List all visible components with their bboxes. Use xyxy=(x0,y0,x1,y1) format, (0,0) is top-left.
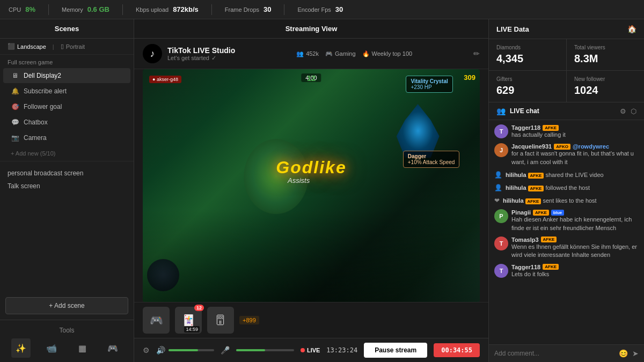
event-icon: 👤 xyxy=(494,171,502,179)
chat-text: for a fact it wasn't gonna fit in, but t… xyxy=(511,150,639,166)
home-icon[interactable]: 🏠 xyxy=(627,25,636,33)
pause-stream-button[interactable]: Pause stream xyxy=(364,343,427,358)
badge-blue: blue xyxy=(551,210,564,216)
stream-assets-row: 🎮 🃏 12 14:59 🃠 +899 xyxy=(134,302,488,338)
tiktok-logo-icon: ♪ xyxy=(143,44,162,63)
follower-scene-icon: 🎯 xyxy=(11,102,19,111)
volume-fill xyxy=(169,349,198,351)
volume-icon[interactable]: 🔊 xyxy=(156,346,165,354)
assists-text: Assists xyxy=(288,176,310,184)
asset-gamepad[interactable]: 🎮 xyxy=(143,307,170,334)
gamepad-icon: 🎮 xyxy=(150,314,163,327)
crystal-decoration xyxy=(397,104,440,158)
game-center-score: 12 xyxy=(307,73,316,83)
emoji-icon[interactable]: 😊 xyxy=(619,349,628,358)
sidebar-item-follower[interactable]: 🎯 Follower goal xyxy=(3,99,130,114)
add-new-button[interactable]: + Add new (5/10) xyxy=(3,147,130,160)
tool-video-icon[interactable]: 📹 xyxy=(42,338,61,358)
asset-extra[interactable]: 🃠 xyxy=(207,307,234,334)
chat-title-area: 👥 LIVE chat xyxy=(496,107,539,115)
stream-title: TikTok LIVE Studio xyxy=(167,46,235,55)
asset-plus-label: +899 xyxy=(239,316,259,324)
divider2 xyxy=(122,4,123,15)
tool-magic-icon[interactable]: ✨ xyxy=(11,338,31,358)
mic-track[interactable] xyxy=(236,349,294,351)
sidebar-item-chatbox[interactable]: 💬 Chatbox xyxy=(3,115,130,130)
orientation-bar: ⬛ Landscape | ▯ Portrait xyxy=(0,39,134,55)
chat-controls: ⚙ ⬡ xyxy=(620,107,636,115)
volume-control: 🔊 xyxy=(156,346,214,354)
send-icon[interactable]: ➤ xyxy=(632,349,639,358)
chatbox-scene-label: Chatbox xyxy=(24,119,48,126)
scenes-section-label: Full screen game xyxy=(0,55,134,68)
chat-title: LIVE chat xyxy=(510,107,539,115)
follower-value: 1024 xyxy=(574,84,636,97)
stream-tags: 👥 452k 🎮 Gaming 🔥 Weekly top 100 xyxy=(296,50,412,57)
top-stats-bar: CPU 8% Memory 0.6 GB Kbps upload 872kb/s… xyxy=(0,0,644,19)
cpu-label: CPU xyxy=(9,6,21,13)
fire-icon: 🔥 xyxy=(362,50,370,57)
kbps-value: 872kb/s xyxy=(173,5,199,13)
stat-diamonds: Diamonds 4,345 xyxy=(489,39,566,70)
chat-message-content: Tagger118 AFKE Lets do it folks xyxy=(511,264,639,278)
settings-ctrl-icon[interactable]: ⚙ xyxy=(143,346,150,354)
chat-avatar: J xyxy=(494,143,508,157)
chat-avatar: P xyxy=(494,209,508,223)
memory-value: 0.6 GB xyxy=(87,5,109,13)
sidebar-item-camera[interactable]: 📷 Camera xyxy=(3,130,130,145)
chat-popout-icon[interactable]: ⬡ xyxy=(631,107,636,115)
volume-track[interactable] xyxy=(169,349,214,351)
encoder-label: Encoder Fps xyxy=(297,6,331,13)
chat-messages: T Tagger118 AFKE has actually calling it… xyxy=(489,120,644,344)
chat-message-content: Tomaslp3 AFKE Wenn es Ihnen gefällt könn… xyxy=(511,237,639,260)
live-data-header: LIVE Data 🏠 xyxy=(489,19,644,39)
chat-text: has actually calling it xyxy=(511,131,639,139)
red-team-tag: ● akser-g48 xyxy=(149,76,181,83)
tool-game-icon[interactable]: 🎮 xyxy=(103,338,122,358)
subscribe-scene-icon: 🔔 xyxy=(11,87,19,95)
gifters-label: Gifters xyxy=(496,76,559,82)
chat-avatar: T xyxy=(494,264,508,278)
encoder-value: 30 xyxy=(335,5,343,13)
crystal-card: Vitality Crystal +230 HP xyxy=(406,76,452,93)
sidebar-item-dell[interactable]: 🖥 Dell Display2 xyxy=(3,68,130,83)
viewers-label: Total viewers xyxy=(574,45,636,50)
stat-total-viewers: Total viewers 8.3M xyxy=(567,39,644,70)
memory-label: Memory xyxy=(62,6,83,13)
screen-section: personal broadcast screen Talk screen xyxy=(0,161,134,198)
chat-username: Jacqueline931 AFKO @rowdywrec xyxy=(511,143,639,150)
divider4 xyxy=(284,4,284,15)
event-icon: ❤ xyxy=(494,197,500,204)
cpu-value: 8% xyxy=(25,5,35,13)
personal-broadcast-item[interactable]: personal broadcast screen xyxy=(8,167,126,180)
followers-icon: 👥 xyxy=(296,50,304,57)
event-text: hilihula AFKE sent likes to the host xyxy=(503,197,597,204)
sidebar-item-subscribe[interactable]: 🔔 Subscribe alert xyxy=(3,84,130,99)
comment-input[interactable] xyxy=(494,350,614,357)
landscape-icon: ⬛ xyxy=(8,43,15,50)
mic-icon[interactable]: 🎤 xyxy=(221,346,230,354)
framedrops-stat: Frame Drops 30 xyxy=(225,5,272,13)
event-text: hilihula AFKE followed the host xyxy=(506,184,590,191)
portrait-option[interactable]: ▯ Portrait xyxy=(61,43,85,50)
badge-afke: AFKE xyxy=(543,264,559,270)
chat-message-item: T Tagger118 AFKE Lets do it folks xyxy=(494,264,639,278)
chat-username: Tomaslp3 AFKE xyxy=(511,237,639,243)
add-scene-button[interactable]: + Add scene xyxy=(5,297,128,314)
right-panel: LIVE Data 🏠 Diamonds 4,345 Total viewers… xyxy=(488,19,644,362)
talk-screen-item[interactable]: Talk screen xyxy=(8,180,126,193)
asset-cards[interactable]: 🃏 12 14:59 xyxy=(175,307,202,334)
gaming-tag: 🎮 Gaming xyxy=(325,50,356,57)
stream-time-display: 13:23:24 xyxy=(326,346,357,354)
landscape-label: Landscape xyxy=(17,43,46,50)
landscape-option[interactable]: ⬛ Landscape xyxy=(8,43,46,50)
chatbox-scene-icon: 💬 xyxy=(11,118,19,127)
portrait-label: Portrait xyxy=(66,43,85,50)
streaming-view-title: Streaming View xyxy=(134,19,488,39)
stream-subtitle: Let's get started ✓ xyxy=(167,55,235,62)
edit-icon[interactable]: ✏ xyxy=(473,49,480,58)
tool-layout-icon[interactable]: ▦ xyxy=(72,338,92,358)
comment-bar: 😊 ➤ xyxy=(489,344,644,362)
event-badge: AFKE xyxy=(525,198,541,204)
chat-settings-icon[interactable]: ⚙ xyxy=(620,107,626,115)
